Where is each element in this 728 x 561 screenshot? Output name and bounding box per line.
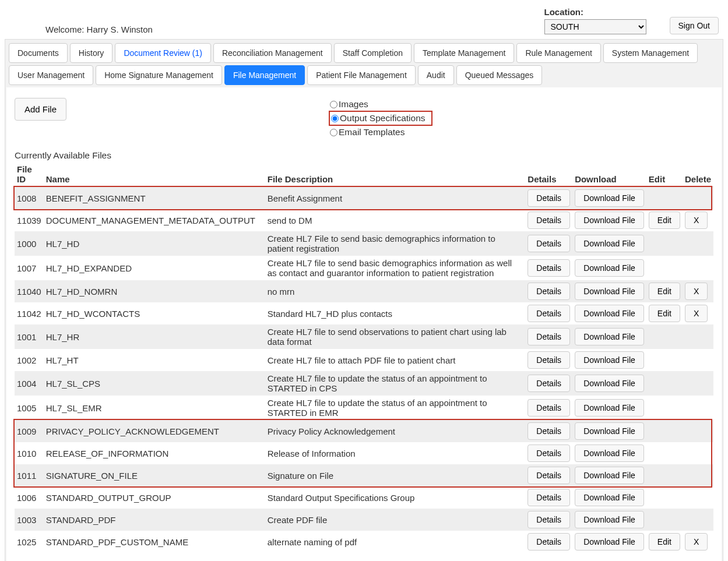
add-file-button[interactable]: Add File — [15, 98, 66, 121]
download-file-button[interactable]: Download File — [575, 283, 644, 300]
details-button[interactable]: Details — [527, 375, 570, 392]
download-file-button[interactable]: Download File — [575, 422, 644, 440]
download-file-button[interactable]: Download File — [575, 489, 644, 506]
download-file-button[interactable]: Download File — [575, 211, 644, 229]
table-row: 1011SIGNATURE_ON_FILESignature on FileDe… — [15, 464, 713, 486]
top-bar: Welcome: Harry S. Winston Location: SOUT… — [5, 5, 723, 39]
cell-file-id: 1002 — [15, 349, 44, 371]
cell-desc: Standard HL7_HD plus contacts — [265, 302, 526, 324]
radio-images-input[interactable] — [330, 101, 337, 108]
download-file-button[interactable]: Download File — [575, 305, 644, 322]
tab-template-management[interactable]: Template Management — [414, 43, 514, 63]
details-button[interactable]: Details — [527, 533, 570, 551]
cell-file-id: 11042 — [15, 302, 44, 324]
radio-output-label: Output Specifications — [340, 113, 425, 124]
main-panel: DocumentsHistoryDocument Review (1)Recon… — [5, 39, 723, 561]
cell-desc: send to DM — [265, 209, 526, 231]
table-header-row: File ID Name File Description Details Do… — [15, 162, 713, 187]
cell-name: HL7_HD — [44, 231, 265, 256]
delete-button[interactable]: X — [685, 533, 708, 551]
radio-email-templates[interactable]: Email Templates — [329, 126, 432, 139]
details-button[interactable]: Details — [527, 489, 570, 506]
sign-out-button[interactable]: Sign Out — [670, 17, 719, 34]
table-wrap: File ID Name File Description Details Do… — [15, 162, 713, 553]
tab-patient-file-management[interactable]: Patient File Management — [307, 65, 416, 85]
cell-name: SIGNATURE_ON_FILE — [44, 464, 265, 486]
tab-rule-management[interactable]: Rule Management — [516, 43, 600, 63]
details-button[interactable]: Details — [527, 467, 570, 484]
tab-documents[interactable]: Documents — [9, 43, 68, 63]
delete-button[interactable]: X — [685, 305, 708, 322]
table-row: 1007HL7_HD_EXPANDEDCreate HL7 file to se… — [15, 256, 713, 280]
files-tbody: 1008BENEFIT_ASSIGNMENTBenefit Assignment… — [15, 187, 713, 553]
th-details: Details — [525, 162, 572, 187]
details-button[interactable]: Details — [527, 235, 570, 252]
download-file-button[interactable]: Download File — [575, 511, 644, 528]
edit-button[interactable]: Edit — [649, 283, 680, 300]
details-button[interactable]: Details — [527, 444, 570, 462]
download-file-button[interactable]: Download File — [575, 444, 644, 462]
tab-home-signature-management[interactable]: Home Signature Management — [96, 65, 222, 85]
details-button[interactable]: Details — [527, 511, 570, 528]
download-file-button[interactable]: Download File — [575, 235, 644, 252]
cell-name: HL7_HR — [44, 324, 265, 349]
th-download: Download — [572, 162, 646, 187]
cell-desc: Create HL7 file to update the status of … — [265, 396, 526, 420]
edit-button[interactable]: Edit — [649, 305, 680, 322]
tabs-row-1: DocumentsHistoryDocument Review (1)Recon… — [6, 41, 722, 63]
cell-desc: Release of Information — [265, 442, 526, 464]
details-button[interactable]: Details — [527, 351, 570, 369]
cell-name: STANDARD_PDF_CUSTOM_NAME — [44, 531, 265, 553]
tab-queued-messages[interactable]: Queued Messages — [456, 65, 543, 85]
table-row: 1009PRIVACY_POLICY_ACKNOWLEDGEMENTPrivac… — [15, 420, 713, 442]
details-button[interactable]: Details — [527, 399, 570, 417]
tab-history[interactable]: History — [70, 43, 113, 63]
tab-system-management[interactable]: System Management — [603, 43, 698, 63]
cell-name: HL7_HD_NOMRN — [44, 280, 265, 302]
table-row: 11039DOCUMENT_MANAGEMENT_METADATA_OUTPUT… — [15, 209, 713, 231]
edit-button[interactable]: Edit — [649, 211, 680, 229]
welcome-user: Harry S. Winston — [87, 24, 153, 34]
download-file-button[interactable]: Download File — [575, 259, 644, 277]
tab-audit[interactable]: Audit — [418, 65, 454, 85]
cell-name: STANDARD_OUTPUT_GROUP — [44, 486, 265, 509]
radio-output-specifications[interactable]: Output Specifications — [329, 111, 432, 126]
tab-user-management[interactable]: User Management — [9, 65, 93, 85]
welcome-prefix: Welcome: — [45, 24, 87, 34]
cell-file-id: 1007 — [15, 256, 44, 280]
download-file-button[interactable]: Download File — [575, 399, 644, 417]
radio-output-input[interactable] — [331, 115, 339, 122]
files-section-title: Currently Available Files — [15, 150, 713, 161]
table-row: 1010RELEASE_OF_INFORMATIONRelease of Inf… — [15, 442, 713, 464]
download-file-button[interactable]: Download File — [575, 375, 644, 392]
cell-name: PRIVACY_POLICY_ACKNOWLEDGEMENT — [44, 420, 265, 442]
radio-email-input[interactable] — [330, 129, 337, 136]
download-file-button[interactable]: Download File — [575, 533, 644, 551]
download-file-button[interactable]: Download File — [575, 467, 644, 484]
download-file-button[interactable]: Download File — [575, 189, 644, 207]
cell-desc: Benefit Assignment — [265, 187, 526, 210]
tab-reconciliation-management[interactable]: Reconciliation Management — [213, 43, 332, 63]
cell-desc: alternate naming of pdf — [265, 531, 526, 553]
download-file-button[interactable]: Download File — [575, 328, 644, 345]
cell-name: BENEFIT_ASSIGNMENT — [44, 187, 265, 210]
details-button[interactable]: Details — [527, 211, 570, 229]
details-button[interactable]: Details — [527, 328, 570, 345]
radio-images[interactable]: Images — [329, 98, 432, 111]
details-button[interactable]: Details — [527, 283, 570, 300]
tab-file-management[interactable]: File Management — [224, 65, 305, 85]
location-select[interactable]: SOUTH — [544, 19, 646, 34]
details-button[interactable]: Details — [527, 259, 570, 277]
download-file-button[interactable]: Download File — [575, 351, 644, 369]
delete-button[interactable]: X — [685, 283, 708, 300]
tab-document-review-1-[interactable]: Document Review (1) — [115, 43, 211, 63]
welcome-text: Welcome: Harry S. Winston — [45, 24, 153, 34]
details-button[interactable]: Details — [527, 305, 570, 322]
details-button[interactable]: Details — [527, 189, 570, 207]
table-row: 1001HL7_HRCreate HL7 file to send observ… — [15, 324, 713, 349]
details-button[interactable]: Details — [527, 422, 570, 440]
tab-staff-completion[interactable]: Staff Completion — [334, 43, 412, 63]
delete-button[interactable]: X — [685, 211, 708, 229]
table-row: 1002HL7_HTCreate HL7 file to attach PDF … — [15, 349, 713, 371]
edit-button[interactable]: Edit — [649, 533, 680, 551]
